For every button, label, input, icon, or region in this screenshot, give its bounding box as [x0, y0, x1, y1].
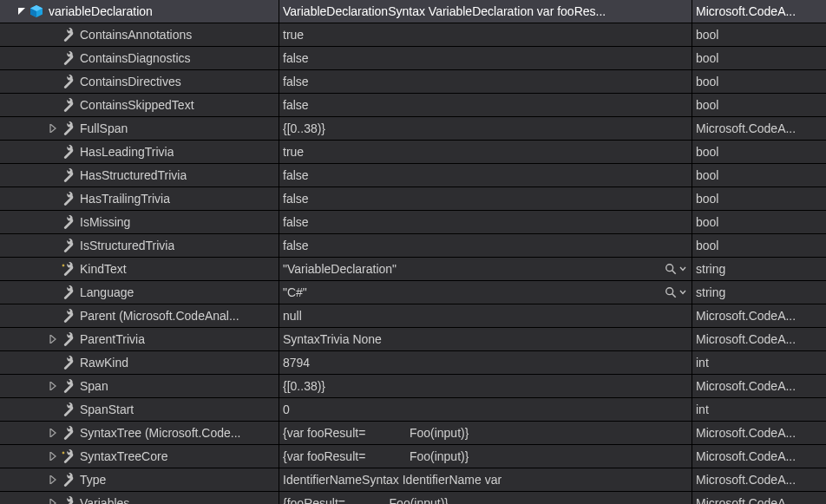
property-type: Microsoft.CodeA... — [696, 496, 796, 504]
property-type: Microsoft.CodeA... — [696, 473, 796, 487]
property-type: Microsoft.CodeA... — [696, 121, 796, 135]
property-value: false — [283, 168, 309, 182]
expand-icon[interactable] — [49, 382, 57, 390]
property-row[interactable]: SyntaxTree (Microsoft.Code...{var fooRes… — [0, 422, 826, 445]
property-row[interactable]: Language"C#"string — [0, 281, 826, 304]
property-type: Microsoft.CodeA... — [696, 426, 796, 440]
property-name: variableDeclaration — [49, 4, 153, 18]
debugger-watch-grid: variableDeclaration VariableDeclarationS… — [0, 0, 826, 504]
property-type: string — [696, 285, 725, 299]
property-name: HasTrailingTrivia — [80, 192, 170, 206]
expander-placeholder — [49, 241, 57, 250]
property-row[interactable]: SyntaxTreeCore{var fooResult= Foo(input)… — [0, 445, 826, 468]
property-row[interactable]: HasLeadingTriviatruebool — [0, 141, 826, 164]
property-value: 0 — [283, 403, 290, 416]
property-row[interactable]: IsStructuredTriviafalsebool — [0, 234, 826, 258]
wrench-icon — [61, 403, 75, 416]
property-name: IsMissing — [80, 215, 130, 229]
wrench-icon — [61, 285, 75, 299]
wrench-spark-icon — [61, 449, 75, 463]
expander-placeholder — [49, 265, 57, 273]
property-row[interactable]: KindText"VariableDeclaration"string — [0, 258, 826, 281]
property-type: bool — [696, 192, 718, 206]
property-value: true — [283, 28, 304, 42]
expand-icon[interactable] — [49, 499, 57, 504]
property-type: Microsoft.CodeA... — [696, 379, 796, 393]
wrench-icon — [61, 332, 75, 346]
expander-placeholder — [49, 30, 57, 39]
property-value: VariableDeclarationSyntax VariableDeclar… — [283, 4, 606, 18]
wrench-icon — [61, 309, 75, 323]
property-row[interactable]: Parent (Microsoft.CodeAnal...nullMicroso… — [0, 304, 826, 328]
wrench-icon — [61, 426, 75, 440]
property-type: bool — [696, 98, 718, 112]
expand-icon[interactable] — [49, 452, 57, 461]
property-name: Parent (Microsoft.CodeAnal... — [80, 309, 239, 323]
wrench-icon — [61, 28, 75, 42]
property-type: bool — [696, 51, 718, 65]
magnifier-icon — [665, 263, 677, 275]
property-name: ContainsDirectives — [80, 75, 181, 88]
property-row[interactable]: TypeIdentifierNameSyntax IdentifierName … — [0, 468, 826, 492]
property-type: string — [696, 262, 725, 276]
property-name: SyntaxTreeCore — [80, 449, 167, 463]
property-row[interactable]: ContainsDiagnosticsfalsebool — [0, 47, 826, 70]
property-type: bool — [696, 145, 718, 159]
wrench-spark-icon — [61, 262, 75, 276]
property-row[interactable]: ContainsAnnotationstruebool — [0, 23, 826, 47]
expander-placeholder — [49, 218, 57, 226]
property-row[interactable]: SpanStart0int — [0, 398, 826, 422]
svg-point-2 — [666, 288, 673, 295]
root-row[interactable]: variableDeclaration VariableDeclarationS… — [0, 0, 826, 23]
svg-line-3 — [672, 294, 676, 298]
property-row[interactable]: HasTrailingTriviafalsebool — [0, 187, 826, 211]
property-name: FullSpan — [80, 121, 128, 135]
expander-placeholder — [49, 311, 57, 320]
expander-placeholder — [49, 405, 57, 414]
property-value: IdentifierNameSyntax IdentifierName var — [283, 473, 502, 487]
property-value: {var fooResult= Foo(input)} — [283, 426, 469, 440]
property-type: Microsoft.CodeA... — [696, 332, 796, 346]
property-name: ContainsSkippedText — [80, 98, 194, 112]
property-value: {[0..38)} — [283, 121, 325, 135]
wrench-icon — [61, 192, 75, 206]
property-row[interactable]: IsMissingfalsebool — [0, 211, 826, 234]
property-value: SyntaxTrivia None — [283, 332, 382, 346]
expander-placeholder — [49, 288, 57, 297]
svg-point-0 — [666, 265, 673, 272]
wrench-icon — [61, 473, 75, 487]
expand-icon[interactable] — [49, 335, 57, 344]
property-name: Variables — [80, 496, 129, 504]
property-value: null — [283, 309, 302, 323]
expand-icon[interactable] — [49, 475, 57, 484]
property-name: HasStructuredTrivia — [80, 168, 187, 182]
property-type: int — [696, 403, 709, 416]
collapse-icon[interactable] — [17, 7, 26, 16]
property-row[interactable]: Span{[0..38)}Microsoft.CodeA... — [0, 375, 826, 398]
wrench-icon — [61, 168, 75, 182]
expand-icon[interactable] — [49, 124, 57, 133]
expander-placeholder — [49, 171, 57, 180]
wrench-icon — [61, 51, 75, 65]
property-row[interactable]: RawKind8794int — [0, 351, 826, 375]
property-value: {var fooResult= Foo(input)} — [283, 449, 469, 463]
property-row[interactable]: HasStructuredTriviafalsebool — [0, 164, 826, 187]
property-value: false — [283, 75, 309, 88]
property-row[interactable]: Variables{fooResult= Foo(input)}Microsof… — [0, 492, 826, 504]
property-name: KindText — [80, 262, 127, 276]
property-row[interactable]: ContainsDirectivesfalsebool — [0, 70, 826, 94]
expander-placeholder — [49, 54, 57, 62]
property-row[interactable]: FullSpan{[0..38)}Microsoft.CodeA... — [0, 117, 826, 141]
expander-placeholder — [49, 194, 57, 203]
property-name: Language — [80, 285, 134, 299]
expander-placeholder — [49, 77, 57, 86]
property-value: "C#" — [283, 285, 307, 299]
text-visualizer-button[interactable] — [665, 263, 686, 275]
expand-icon[interactable] — [49, 429, 57, 437]
text-visualizer-button[interactable] — [665, 286, 686, 298]
property-type: int — [696, 356, 709, 370]
property-name: SpanStart — [80, 403, 134, 416]
property-row[interactable]: ParentTriviaSyntaxTrivia NoneMicrosoft.C… — [0, 328, 826, 351]
property-type: bool — [696, 75, 718, 88]
property-row[interactable]: ContainsSkippedTextfalsebool — [0, 94, 826, 117]
